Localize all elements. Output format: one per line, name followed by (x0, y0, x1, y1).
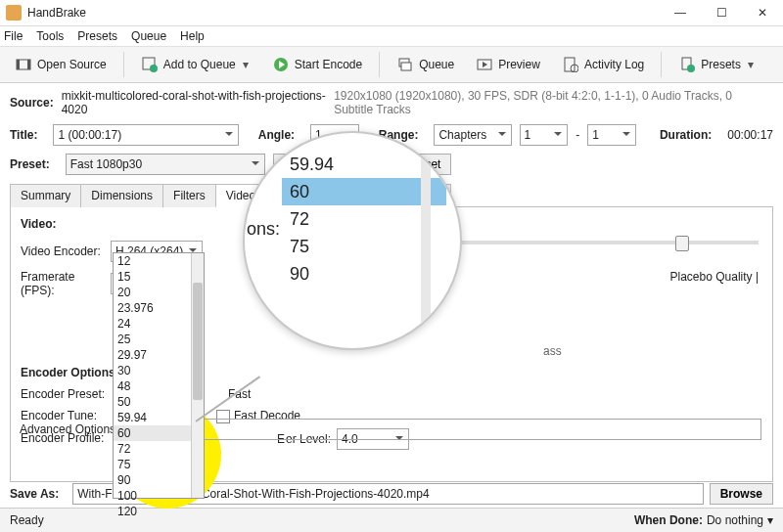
svg-rect-1 (17, 60, 20, 69)
title-value: 1 (00:00:17) (58, 128, 121, 142)
browse-label: Browse (720, 487, 762, 501)
when-done-value[interactable]: Do nothing (707, 513, 763, 527)
duration-value: 00:00:17 (727, 128, 773, 142)
maximize-button[interactable]: ☐ (701, 0, 742, 25)
presets-button[interactable]: Presets ▾ (669, 50, 764, 79)
when-done-label: When Done: (634, 513, 703, 527)
save-as-label: Save As: (10, 487, 59, 501)
svg-rect-2 (27, 60, 30, 69)
video-encoder-label: Video Encoder: (21, 244, 111, 258)
start-encode-button[interactable]: Start Encode (263, 50, 371, 79)
quality-slider[interactable] (455, 241, 759, 244)
film-icon (15, 56, 32, 73)
app-icon (6, 5, 22, 21)
advanced-options-label: Advanced Options: (20, 422, 118, 436)
range-from-select[interactable]: 1 (520, 124, 569, 146)
chevron-down-icon[interactable]: ▾ (746, 58, 756, 71)
menu-help[interactable]: Help (180, 29, 205, 43)
scrollbar-thumb[interactable] (193, 283, 203, 400)
two-pass-fragment: ass (543, 344, 562, 358)
magnifier-scrollbar (421, 156, 431, 325)
menu-file[interactable]: File (4, 29, 23, 43)
svg-point-4 (150, 65, 158, 72)
duration-label: Duration: (660, 128, 712, 142)
tab-dimensions[interactable]: Dimensions (80, 184, 163, 207)
range-to-value: 1 (592, 128, 599, 142)
menu-bar: File Tools Presets Queue Help (0, 26, 783, 46)
add-to-queue-button[interactable]: Add to Queue ▾ (132, 50, 259, 79)
dropdown-scrollbar[interactable] (191, 253, 204, 498)
source-meta: 1920x1080 (1920x1080), 30 FPS, SDR (8-bi… (334, 89, 773, 116)
toolbar: Open Source Add to Queue ▾ Start Encode … (0, 46, 783, 83)
framerate-dropdown-list[interactable]: 12 15 20 23.976 24 25 29.97 30 48 50 59.… (113, 252, 205, 499)
preview-icon (476, 56, 493, 73)
placebo-quality-label: Placebo Quality | (670, 270, 760, 284)
advanced-options-input[interactable] (124, 419, 761, 440)
image-plus-icon (141, 56, 159, 73)
browse-button[interactable]: Browse (710, 483, 773, 505)
toolbar-separator (661, 52, 662, 77)
log-icon (562, 56, 579, 73)
tab-filters[interactable]: Filters (162, 184, 216, 207)
source-label: Source: (10, 96, 54, 110)
source-value: mixkit-multicolored-coral-shot-with-fish… (62, 89, 328, 116)
title-select[interactable]: 1 (00:00:17) (53, 124, 238, 146)
preview-button[interactable]: Preview (467, 50, 549, 79)
add-to-queue-label: Add to Queue (163, 58, 236, 71)
range-to-select[interactable]: 1 (587, 124, 636, 146)
status-ready: Ready (10, 513, 44, 527)
encoder-preset-label: Encoder Preset: (21, 387, 111, 401)
preset-label: Preset: (10, 157, 50, 171)
preview-label: Preview (498, 58, 540, 71)
framerate-label: Framerate (FPS): (21, 270, 111, 297)
queue-label: Queue (419, 58, 454, 71)
document-plus-icon (678, 56, 696, 73)
play-icon (272, 56, 290, 73)
menu-queue[interactable]: Queue (131, 29, 166, 43)
preset-value: Fast 1080p30 (70, 157, 142, 171)
source-row: Source: mixkit-multicolored-coral-shot-w… (10, 89, 773, 116)
activity-log-button[interactable]: Activity Log (553, 50, 653, 79)
svg-point-14 (687, 65, 695, 72)
slider-thumb[interactable] (675, 236, 689, 251)
stack-icon (396, 56, 414, 73)
start-encode-label: Start Encode (295, 58, 362, 71)
activity-log-label: Activity Log (584, 58, 644, 71)
presets-label: Presets (701, 58, 741, 71)
toolbar-separator (379, 52, 380, 77)
close-button[interactable]: ✕ (742, 0, 783, 25)
toolbar-separator (123, 52, 124, 77)
window-titlebar: HandBrake — ☐ ✕ (0, 0, 783, 26)
title-label: Title: (10, 128, 37, 142)
chevron-down-icon[interactable]: ▾ (767, 513, 773, 527)
minimize-button[interactable]: — (660, 0, 701, 25)
svg-marker-10 (483, 62, 487, 67)
window-title: HandBrake (27, 6, 660, 20)
queue-button[interactable]: Queue (388, 50, 463, 79)
open-source-button[interactable]: Open Source (6, 50, 115, 79)
chevron-down-icon[interactable]: ▾ (241, 58, 251, 71)
range-from-value: 1 (525, 128, 531, 142)
range-dash: - (576, 128, 579, 142)
preset-select[interactable]: Fast 1080p30 (66, 154, 265, 175)
menu-tools[interactable]: Tools (36, 29, 64, 43)
fps-option[interactable]: 120 (114, 504, 204, 519)
menu-presets[interactable]: Presets (77, 29, 117, 43)
open-source-label: Open Source (37, 58, 107, 71)
svg-rect-8 (401, 63, 411, 70)
magnifier: ons: 59.94 60 72 75 90 (243, 131, 458, 346)
tab-summary[interactable]: Summary (10, 184, 81, 207)
